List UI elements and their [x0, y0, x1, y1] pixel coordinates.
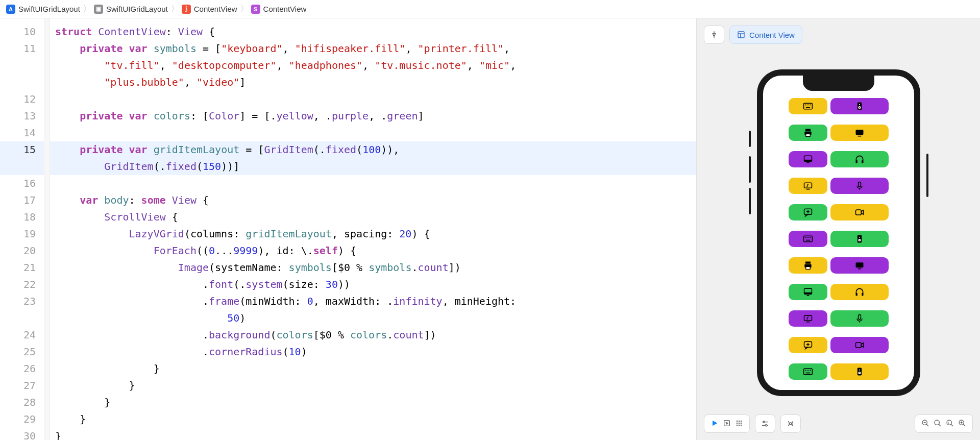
keyboard-icon	[803, 366, 813, 377]
mic-icon	[854, 313, 865, 324]
svg-rect-29	[738, 32, 744, 38]
svg-point-34	[737, 420, 738, 422]
swift-icon: ⟆	[182, 5, 191, 14]
line-number	[0, 74, 36, 91]
breadcrumb-item-file[interactable]: ⟆ ContentView	[182, 5, 237, 14]
code-line[interactable]: .cornerRadius(10)	[50, 344, 696, 360]
grid-cell	[830, 310, 889, 327]
grid-cell	[830, 337, 889, 353]
code-area[interactable]: struct ContentView: View { private var s…	[50, 18, 696, 440]
preview-selector-label: Content View	[749, 31, 795, 39]
grid-row	[789, 337, 889, 353]
live-preview-button[interactable]	[710, 419, 719, 429]
preview-on-device-button[interactable]	[780, 414, 801, 433]
app-icon: A	[6, 5, 15, 14]
printer-icon	[803, 260, 813, 271]
grid-cell	[830, 363, 889, 380]
code-line[interactable]: Image(systemName: symbols[$0 % symbols.c…	[50, 259, 696, 276]
code-line[interactable]: .background(colors[$0 % colors.count])	[50, 327, 696, 344]
selectable-preview-button[interactable]	[723, 419, 731, 429]
code-editor[interactable]: 1011121314151617181920212223242526272829…	[0, 18, 696, 440]
code-line[interactable]	[50, 175, 696, 192]
code-line[interactable]: }	[50, 360, 696, 377]
breadcrumb: A SwiftUIGridLayout 〉 ▣ SwiftUIGridLayou…	[0, 0, 980, 18]
code-line[interactable]: }	[50, 394, 696, 411]
code-line[interactable]: private var gridItemLayout = [GridItem(.…	[50, 141, 696, 158]
grid-cell	[789, 363, 827, 380]
device-preview-iphone	[757, 69, 920, 396]
code-line[interactable]: ForEach((0...9999), id: \.self) {	[50, 242, 696, 259]
code-line[interactable]: var body: some View {	[50, 192, 696, 209]
grid-cell	[789, 310, 827, 327]
desktopcomputer-icon	[803, 154, 813, 164]
chevron-right-icon: 〉	[171, 4, 179, 14]
code-line[interactable]: 50)	[50, 310, 696, 327]
grid-cell	[789, 125, 827, 141]
grid-row	[789, 310, 889, 327]
phone-volume-up	[749, 156, 751, 183]
code-line[interactable]: private var symbols = ["keyboard", "hifi…	[50, 40, 696, 57]
code-line[interactable]	[50, 91, 696, 108]
svg-point-40	[737, 424, 738, 426]
phone-silent-switch	[749, 131, 751, 147]
code-line[interactable]: GridItem(.fixed(150))]	[50, 158, 696, 175]
tvmusic-icon	[803, 313, 813, 324]
phone-screen[interactable]	[763, 76, 914, 390]
code-line[interactable]: ScrollView {	[50, 209, 696, 226]
grid-cell	[789, 151, 827, 167]
grid-row	[789, 178, 889, 194]
tvmusic-icon	[803, 181, 813, 191]
grid-cell	[789, 98, 827, 114]
svg-point-38	[739, 422, 740, 424]
svg-line-49	[926, 424, 928, 426]
code-line[interactable]: "tv.fill", "desktopcomputer", "headphone…	[50, 57, 696, 74]
breadcrumb-item-project[interactable]: A SwiftUIGridLayout	[6, 5, 80, 14]
code-line[interactable]: private var colors: [Color] = [.yellow, …	[50, 108, 696, 125]
code-line[interactable]: LazyVGrid(columns: gridItemLayout, spaci…	[50, 226, 696, 242]
line-number: 22	[0, 276, 36, 293]
hifispeaker-icon	[854, 101, 865, 111]
grid-row	[789, 231, 889, 247]
keyboard-icon	[803, 234, 813, 244]
code-line[interactable]: .font(.system(size: 30))	[50, 276, 696, 293]
device-settings-button[interactable]	[755, 414, 775, 433]
grid-cell	[830, 151, 889, 167]
zoom-actual-button[interactable]: 1	[946, 419, 954, 429]
grid-cell	[830, 284, 889, 300]
line-number	[0, 310, 36, 327]
zoom-fit-button[interactable]	[934, 419, 942, 429]
plusbubble-icon	[803, 207, 813, 217]
line-number: 21	[0, 259, 36, 276]
line-number: 26	[0, 360, 36, 377]
svg-point-46	[765, 425, 767, 426]
line-number: 30	[0, 428, 36, 440]
code-line[interactable]: struct ContentView: View {	[50, 23, 696, 40]
lazy-vgrid	[763, 76, 914, 380]
breadcrumb-item-folder[interactable]: ▣ SwiftUIGridLayout	[94, 5, 168, 14]
pin-preview-button[interactable]	[704, 26, 724, 44]
line-number: 18	[0, 209, 36, 226]
grid-cell	[830, 204, 889, 221]
code-line[interactable]: }	[50, 377, 696, 394]
fold-ribbon[interactable]	[44, 18, 50, 440]
chevron-right-icon: 〉	[240, 4, 248, 14]
grid-row	[789, 151, 889, 167]
variants-preview-button[interactable]	[735, 419, 743, 429]
video-icon	[854, 207, 865, 217]
line-number: 16	[0, 175, 36, 192]
zoom-out-button[interactable]	[921, 419, 929, 429]
preview-selector-button[interactable]: Content View	[729, 26, 802, 44]
zoom-in-button[interactable]	[958, 419, 966, 429]
code-line[interactable]: "plus.bubble", "video"]	[50, 74, 696, 91]
breadcrumb-item-symbol[interactable]: S ContentView	[251, 5, 307, 14]
code-line[interactable]: }	[50, 411, 696, 428]
grid-cell	[830, 98, 889, 114]
struct-icon: S	[251, 5, 260, 14]
desktopcomputer-icon	[803, 287, 813, 297]
code-line[interactable]	[50, 125, 696, 141]
svg-point-36	[741, 420, 742, 422]
headphones-icon	[854, 287, 865, 297]
code-line[interactable]: .frame(minWidth: 0, maxWidth: .infinity,…	[50, 293, 696, 310]
code-line[interactable]: }	[50, 428, 696, 440]
svg-line-52	[939, 424, 941, 426]
